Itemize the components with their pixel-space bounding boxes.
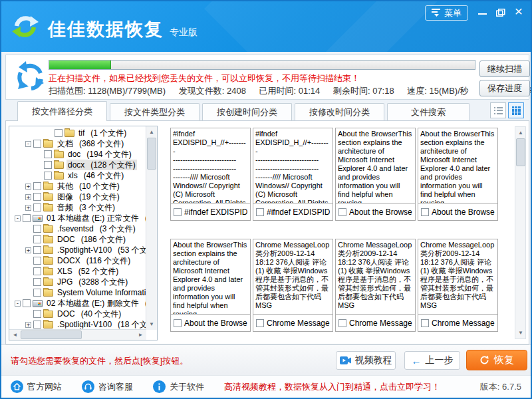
tree-checkbox[interactable] xyxy=(33,225,41,233)
expand-icon[interactable]: + xyxy=(25,322,31,328)
tab-file-search[interactable]: 文件搜索 xyxy=(387,103,469,120)
file-checkbox[interactable] xyxy=(338,319,346,327)
scroll-right-arrow[interactable]: ► xyxy=(136,330,146,340)
file-checkbox[interactable] xyxy=(256,208,264,216)
tree-checkbox[interactable] xyxy=(33,267,41,275)
tree-item[interactable]: +图像(19 个文件) xyxy=(9,192,146,202)
file-card[interactable]: #ifndef EXDISPID_H_//+-------- ---------… xyxy=(253,128,333,221)
collapse-icon[interactable]: - xyxy=(25,141,31,147)
tab-by-created-time[interactable]: 按创建时间分类 xyxy=(202,103,292,120)
minimize-button[interactable] xyxy=(476,8,488,20)
scroll-left-arrow[interactable]: ◄ xyxy=(10,330,20,340)
file-card[interactable]: Chrome MessageLoop 类分析2009-12-14 18:12 3… xyxy=(253,239,333,332)
tab-by-file-type[interactable]: 按文件类型分类 xyxy=(110,103,200,120)
official-website-link[interactable]: 官方网站 xyxy=(11,380,62,393)
tree-item[interactable]: tif(1 个文件) xyxy=(9,128,146,138)
tab-by-file-path[interactable]: 按文件路径分类 xyxy=(17,101,107,121)
tree-checkbox[interactable] xyxy=(33,140,41,148)
file-card[interactable]: About the BrowserThis section explains t… xyxy=(418,128,498,221)
tree-checkbox[interactable] xyxy=(23,214,31,222)
scroll-down-arrow[interactable]: ▼ xyxy=(146,319,157,329)
tree-item-count: (52 个文件) xyxy=(78,266,119,277)
tree-item[interactable]: +音频(3 个文件) xyxy=(9,202,146,213)
tree-checkbox[interactable] xyxy=(33,193,41,201)
tree-item[interactable]: +其他(10 个文件) xyxy=(9,181,146,192)
collapse-icon[interactable]: - xyxy=(15,215,21,221)
tree-item[interactable]: -01 本地磁盘 (E:) 正常文件(37 xyxy=(9,213,146,223)
file-checkbox[interactable] xyxy=(338,208,346,216)
tree-checkbox[interactable] xyxy=(33,235,41,243)
expand-icon[interactable]: + xyxy=(25,184,31,190)
tree-item[interactable]: .fseventsd(3 个文件) xyxy=(9,223,146,234)
tree-checkbox[interactable] xyxy=(23,299,31,307)
menu-button[interactable]: 菜单 xyxy=(425,5,468,21)
tree-item[interactable]: docx(128 个文件) xyxy=(9,160,146,170)
file-checkbox[interactable] xyxy=(174,319,182,327)
file-tree: tif(1 个文件)-文档(368 个文件)doc(194 个文件)docx(1… xyxy=(9,128,146,329)
video-tutorial-button[interactable]: 视频教程 xyxy=(336,351,396,370)
tree-checkbox[interactable] xyxy=(44,172,52,180)
app-window: { "titlebar": { "app_name": "佳佳数据恢复", "e… xyxy=(0,0,532,399)
tree-vertical-scrollbar[interactable]: ▲ ▼ xyxy=(146,126,157,330)
scrollbar-thumb[interactable] xyxy=(147,138,156,170)
expand-icon[interactable]: + xyxy=(25,194,31,200)
tree-checkbox[interactable] xyxy=(33,182,41,190)
file-caption: About the Browse... xyxy=(336,203,415,220)
scroll-up-arrow[interactable]: ▲ xyxy=(515,128,526,138)
tree-item[interactable]: DOC(186 个文件) xyxy=(9,234,146,245)
tree-item[interactable]: DOCX(116 个文件) xyxy=(9,255,146,266)
save-progress-button[interactable]: 保存进度 xyxy=(479,80,530,96)
expand-icon[interactable]: + xyxy=(25,247,31,253)
tree-checkbox[interactable] xyxy=(33,278,41,286)
tree-item-label: DOC xyxy=(57,309,75,319)
about-software-link[interactable]: 关于软件 xyxy=(153,380,204,393)
tree-checkbox[interactable] xyxy=(44,150,52,158)
tree-item[interactable]: DOC(40 个文件) xyxy=(9,309,146,319)
file-card[interactable]: About the BrowserThis section explains t… xyxy=(335,128,416,221)
cards-vertical-scrollbar[interactable]: ▲ ▼ xyxy=(515,126,526,339)
tree-checkbox[interactable] xyxy=(44,161,52,169)
tree-checkbox[interactable] xyxy=(55,129,63,137)
file-checkbox[interactable] xyxy=(421,319,429,327)
list-view-button[interactable] xyxy=(490,102,506,118)
folder-icon xyxy=(43,311,53,318)
tree-checkbox[interactable] xyxy=(33,321,41,329)
file-checkbox[interactable] xyxy=(174,208,182,216)
scrollbar-thumb[interactable] xyxy=(21,331,82,339)
scroll-up-arrow[interactable]: ▲ xyxy=(146,127,157,137)
tree-checkbox[interactable] xyxy=(33,246,41,254)
file-checkbox[interactable] xyxy=(421,208,429,216)
tree-checkbox[interactable] xyxy=(33,289,41,297)
file-card[interactable]: Chrome MessageLoop 类分析2009-12-14 18:12 3… xyxy=(335,239,416,332)
tree-checkbox[interactable] xyxy=(33,257,41,265)
tree-item[interactable]: +.Spotlight-V100(53 个文件) xyxy=(9,245,146,255)
tree-item[interactable]: System Volume Information xyxy=(9,287,146,298)
file-card[interactable]: #ifndef EXDISPID_H_//+-------- ---------… xyxy=(170,128,251,221)
file-card[interactable]: Chrome MessageLoop 类分析2009-12-14 18:12 3… xyxy=(418,239,498,332)
tree-item[interactable]: -02 本地磁盘 (E:) 删除文件(34 xyxy=(9,298,146,309)
tree-item[interactable]: +.Spotlight-V100(18 个文件 xyxy=(9,319,146,329)
tree-checkbox[interactable] xyxy=(33,310,41,318)
file-card[interactable]: About the BrowserThis section explains t… xyxy=(170,239,251,332)
tree-item[interactable]: -文档(368 个文件) xyxy=(9,138,146,149)
tree-item[interactable]: xls(46 个文件) xyxy=(9,170,146,181)
expand-icon[interactable]: + xyxy=(25,205,31,211)
tree-horizontal-scrollbar[interactable]: ◄ ► xyxy=(9,329,146,340)
tree-item-count: (128 个文件) xyxy=(90,160,135,170)
collapse-icon[interactable]: - xyxy=(15,301,21,307)
tree-item[interactable]: XLS(52 个文件) xyxy=(9,266,146,277)
customer-service-link[interactable]: 咨询客服 xyxy=(82,380,133,393)
close-button[interactable]: × xyxy=(512,3,525,19)
tree-item[interactable]: JPG(3288 个文件) xyxy=(9,277,146,287)
recover-button[interactable]: 恢复 xyxy=(466,350,527,370)
tab-by-modified-time[interactable]: 按修改时间分类 xyxy=(295,103,384,120)
continue-scan-button[interactable]: 继续扫描 xyxy=(479,61,530,77)
grid-view-button[interactable] xyxy=(508,102,524,118)
scroll-down-arrow[interactable]: ▼ xyxy=(515,328,526,338)
file-checkbox[interactable] xyxy=(256,319,264,327)
back-button[interactable]: ← 上一步 xyxy=(404,351,460,370)
maximize-button[interactable] xyxy=(495,6,507,19)
tree-item[interactable]: doc(194 个文件) xyxy=(9,149,146,160)
tree-checkbox[interactable] xyxy=(33,203,41,211)
scrollbar-thumb[interactable] xyxy=(516,138,525,166)
